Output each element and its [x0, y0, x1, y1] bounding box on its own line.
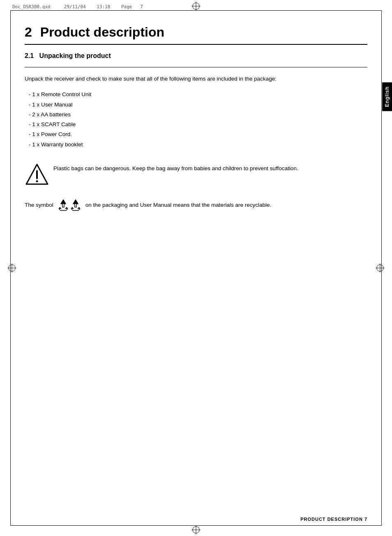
- recycle-symbols: [58, 199, 81, 211]
- section-title: Product description: [40, 25, 164, 40]
- svg-marker-17: [71, 207, 74, 209]
- list-item: 2 x AA batteries: [29, 110, 367, 120]
- recycle-prefix: The symbol: [25, 201, 53, 209]
- page: Doc_DSR300.qxd 29/11/04 13:18 Page 7 Eng…: [0, 0, 392, 536]
- warning-box: Plastic bags can be dangerous. Keep the …: [25, 159, 367, 187]
- main-content: 2 Product description 2.1 Unpacking the …: [25, 25, 367, 511]
- svg-marker-16: [65, 207, 68, 209]
- list-item: 1 x Remote Control Unit: [29, 90, 367, 99]
- warning-icon: [25, 163, 46, 184]
- doc-header: Doc_DSR300.qxd 29/11/04 13:18 Page 7: [12, 4, 380, 9]
- svg-marker-15: [58, 207, 62, 209]
- list-item: 1 x User Manual: [29, 100, 367, 110]
- list-item: 1 x Power Cord.: [29, 129, 367, 139]
- footer-text: PRODUCT DESCRIPTION 7: [300, 517, 367, 522]
- footer: PRODUCT DESCRIPTION 7: [300, 517, 367, 522]
- section-title-row: 2 Product description: [25, 25, 367, 41]
- svg-point-14: [36, 180, 38, 183]
- english-tab: English: [382, 82, 392, 111]
- section-number: 2: [25, 25, 32, 40]
- doc-filename: Doc_DSR300.qxd 29/11/04 13:18 Page 7: [12, 4, 143, 9]
- subsection-title: 2.1 Unpacking the product: [25, 52, 367, 60]
- recycle-symbol-1: [58, 199, 69, 211]
- list-item: 1 x Warranty booklet: [29, 140, 367, 150]
- recycle-symbol-2: [70, 199, 81, 211]
- svg-marker-18: [77, 207, 81, 209]
- items-list: 1 x Remote Control Unit 1 x User Manual …: [29, 90, 367, 150]
- recycle-line: The symbol on: [25, 199, 367, 211]
- crosshair-right: [376, 263, 385, 273]
- section-divider: [25, 44, 367, 45]
- crosshair-left: [7, 263, 16, 273]
- intro-text: Unpack the receiver and check to make su…: [25, 75, 367, 83]
- list-item: 1 x SCART Cable: [29, 120, 367, 129]
- crosshair-bottom: [191, 525, 201, 534]
- recycle-suffix: on the packaging and User Manual means t…: [85, 201, 272, 209]
- warning-text: Plastic bags can be dangerous. Keep the …: [53, 163, 298, 173]
- subsection-divider: [25, 67, 367, 67]
